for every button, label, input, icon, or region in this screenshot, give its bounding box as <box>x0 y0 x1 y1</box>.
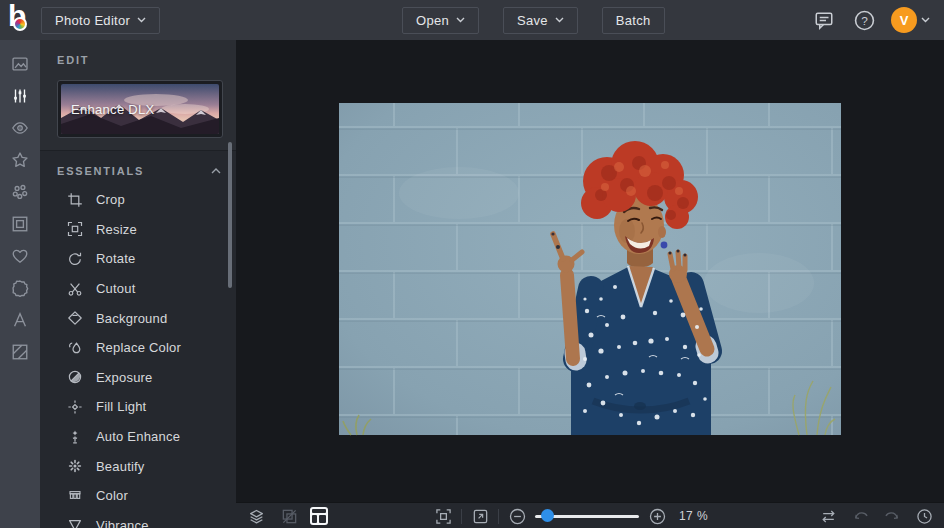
panel-scrollbar[interactable] <box>228 142 232 288</box>
overlays-badge-icon <box>11 279 29 297</box>
chevron-down-icon <box>456 17 465 23</box>
exposure-icon <box>67 369 83 385</box>
history-button[interactable] <box>912 504 936 528</box>
fit-screen-icon <box>435 508 452 525</box>
feedback-button[interactable] <box>811 7 837 33</box>
rail-edit-adjustments-button[interactable] <box>0 80 40 112</box>
essentials-section-header[interactable]: ESSENTIALS <box>40 151 236 185</box>
rotate-icon <box>67 251 83 267</box>
textures-icon <box>11 343 29 361</box>
color-swatches-icon <box>67 488 83 504</box>
canvas-area <box>236 40 944 502</box>
undo-icon <box>852 508 869 525</box>
tool-item-replace-color[interactable]: Replace Color <box>40 333 236 363</box>
help-button[interactable]: ? <box>851 7 877 33</box>
touchup-eye-icon <box>11 119 29 137</box>
zoom-in-button[interactable] <box>645 504 669 528</box>
rail-text-button[interactable] <box>0 304 40 336</box>
feedback-bubble-icon <box>814 10 834 30</box>
layout-template-button[interactable] <box>310 507 328 525</box>
vibrance-triangle-icon <box>67 517 83 528</box>
tool-item-auto-enhance[interactable]: Auto Enhance <box>40 422 236 452</box>
compare-button[interactable] <box>816 504 840 528</box>
fit-screen-button[interactable] <box>431 504 455 528</box>
open-new-window-icon <box>472 508 489 525</box>
edit-panel: EDIT <box>40 40 236 528</box>
zoom-out-icon <box>509 508 526 525</box>
tool-item-resize[interactable]: Resize <box>40 215 236 245</box>
tool-item-beautify[interactable]: Beautify <box>40 451 236 481</box>
chevron-down-icon <box>555 17 564 23</box>
tool-item-vibrance[interactable]: Vibrance <box>40 511 236 528</box>
scissors-icon <box>67 281 83 297</box>
color-wheel-icon <box>13 17 27 31</box>
transform-button[interactable] <box>277 504 301 528</box>
help-icon: ? <box>854 10 875 31</box>
zoom-out-button[interactable] <box>505 504 529 528</box>
batch-button[interactable]: Batch <box>602 7 665 34</box>
crop-icon <box>67 192 83 208</box>
compare-arrows-icon <box>820 508 837 525</box>
app-switcher-button[interactable]: Photo Editor <box>41 7 160 34</box>
text-icon <box>11 311 29 329</box>
rail-artsy-button[interactable] <box>0 176 40 208</box>
redo-button[interactable] <box>880 504 904 528</box>
zoom-slider-knob[interactable] <box>541 509 554 522</box>
rail-effects-button[interactable] <box>0 144 40 176</box>
tool-item-exposure[interactable]: Exposure <box>40 363 236 393</box>
beautify-flower-icon <box>67 458 83 474</box>
file-actions: Open Save Batch <box>402 0 665 40</box>
zoom-percent-label: 17 % <box>679 509 708 523</box>
rail-touchup-button[interactable] <box>0 112 40 144</box>
rail-image-editor-button[interactable] <box>0 48 40 80</box>
zoom-slider[interactable] <box>535 503 639 528</box>
history-clock-icon <box>916 508 933 525</box>
chevron-up-icon <box>211 168 221 174</box>
effects-star-icon <box>11 151 29 169</box>
bottombar-left-group <box>244 503 328 528</box>
image-editor-icon <box>11 55 29 73</box>
photo-editor-app: b Photo Editor Open Save Batch <box>0 0 944 528</box>
essentials-header-label: ESSENTIALS <box>57 165 144 177</box>
resize-icon <box>67 221 83 237</box>
account-menu[interactable]: V <box>891 7 930 33</box>
layout-template-icon <box>312 509 326 523</box>
chevron-down-icon <box>137 17 146 23</box>
tool-item-rotate[interactable]: Rotate <box>40 244 236 274</box>
rail-frames-button[interactable] <box>0 208 40 240</box>
edit-header: EDIT <box>57 54 236 66</box>
avatar: V <box>891 7 917 33</box>
divider <box>498 509 499 524</box>
tool-item-background[interactable]: Background <box>40 303 236 333</box>
open-button[interactable]: Open <box>402 7 479 34</box>
enhance-dlx-card[interactable]: Enhance DLX <box>57 80 223 138</box>
tool-item-fill-light[interactable]: Fill Light <box>40 392 236 422</box>
open-new-window-button[interactable] <box>468 504 492 528</box>
layers-button[interactable] <box>244 504 268 528</box>
rail-overlays-button[interactable] <box>0 272 40 304</box>
droplet-icon <box>67 340 83 356</box>
chevron-down-icon <box>921 17 930 23</box>
rail-textures-button[interactable] <box>0 336 40 368</box>
top-bar: b Photo Editor Open Save Batch <box>0 0 944 40</box>
tool-item-cutout[interactable]: Cutout <box>40 274 236 304</box>
graphics-heart-icon <box>11 247 29 265</box>
bottom-toolbar: 17 % <box>236 502 944 528</box>
bottombar-right-group <box>816 503 936 528</box>
photo-image[interactable] <box>339 103 841 435</box>
background-diamond-icon <box>67 310 83 326</box>
tool-item-crop[interactable]: Crop <box>40 185 236 215</box>
app-title: Photo Editor <box>55 13 130 28</box>
rail-graphics-button[interactable] <box>0 240 40 272</box>
frames-icon <box>11 215 29 233</box>
save-button[interactable]: Save <box>503 7 578 34</box>
brand-logo[interactable]: b <box>8 4 32 36</box>
auto-enhance-icon <box>67 429 83 445</box>
edit-panel-header-section: EDIT <box>40 40 236 151</box>
zoom-in-icon <box>649 508 666 525</box>
undo-button[interactable] <box>848 504 872 528</box>
essentials-tool-list: Crop Resize Rotate <box>40 185 236 528</box>
tool-item-color[interactable]: Color <box>40 481 236 511</box>
transform-squares-icon <box>281 508 298 525</box>
enhance-dlx-label: Enhance DLX <box>71 102 155 117</box>
